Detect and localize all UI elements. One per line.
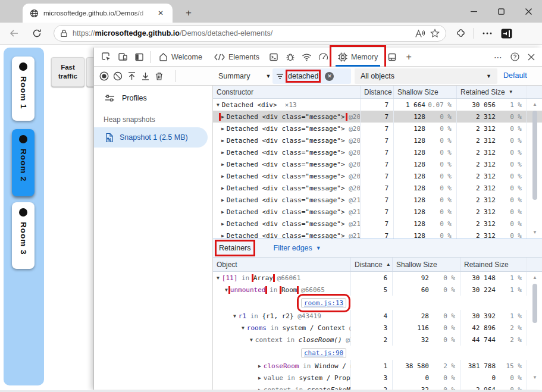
- column-header-object[interactable]: Object: [213, 258, 350, 271]
- expander-icon[interactable]: ▶: [221, 186, 224, 191]
- column-header-distance[interactable]: Distance: [360, 86, 393, 98]
- more-tabs-icon[interactable]: +: [400, 49, 417, 65]
- retainers-scrollbar[interactable]: ▲ ▼: [531, 258, 539, 390]
- heap-object-row[interactable]: ▶Detached <div class="message"> @2082712…: [213, 123, 542, 134]
- expander-icon[interactable]: ▶: [258, 387, 261, 390]
- load-profile-icon[interactable]: [124, 68, 139, 84]
- expander-icon[interactable]: ▶: [221, 233, 224, 239]
- scroll-thumb[interactable]: [532, 111, 537, 200]
- expander-icon[interactable]: ▶: [221, 126, 224, 131]
- class-filter-field[interactable]: detached ✕: [272, 68, 351, 84]
- source-location-link[interactable]: chat.js:90: [301, 348, 346, 358]
- tab-welcome[interactable]: Welcome: [153, 48, 208, 67]
- heap-object-row[interactable]: ▶Detached <div class="message"> @2086712…: [213, 146, 542, 158]
- device-emulation-icon[interactable]: [114, 49, 131, 65]
- scroll-thumb[interactable]: [532, 284, 537, 323]
- read-aloud-icon[interactable]: [415, 29, 425, 38]
- sidebar-toggle-icon[interactable]: [498, 25, 515, 42]
- refresh-button[interactable]: [29, 25, 45, 42]
- expander-icon[interactable]: ▶: [221, 174, 224, 179]
- delete-profile-icon[interactable]: [152, 68, 166, 84]
- column-header-distance[interactable]: Distance▲: [350, 258, 392, 271]
- expander-icon[interactable]: ▶: [221, 197, 224, 203]
- settings-menu-icon[interactable]: [479, 25, 496, 42]
- console-icon[interactable]: [265, 49, 282, 65]
- save-profile-icon[interactable]: [138, 68, 152, 84]
- expander-icon[interactable]: ▶: [221, 162, 224, 167]
- expander-icon[interactable]: ▼: [250, 337, 253, 343]
- heap-object-row[interactable]: ▶Detached <div class="message"> @2100712…: [213, 194, 542, 206]
- expander-icon[interactable]: ▼: [225, 287, 228, 293]
- record-heap-snapshot-icon[interactable]: [97, 68, 111, 84]
- expander-icon[interactable]: ▶: [221, 221, 224, 227]
- performance-icon[interactable]: [315, 49, 332, 65]
- retainer-row[interactable]: ▶context in createFakeMessag2320 %2 9640…: [213, 384, 542, 390]
- retainer-row[interactable]: ▶value in system / Proper300 %00 %: [213, 372, 542, 384]
- expander-icon[interactable]: ▼: [217, 275, 220, 281]
- expander-icon[interactable]: ▼: [233, 313, 236, 319]
- close-window-button[interactable]: [515, 0, 542, 23]
- expander-icon[interactable]: ▶: [221, 209, 224, 215]
- tab-close-icon[interactable]: ✕: [155, 8, 166, 18]
- constructor-scrollbar[interactable]: ▲ ▼: [531, 86, 539, 239]
- scroll-down-icon[interactable]: ▼: [531, 374, 539, 381]
- retainer-row[interactable]: ▼rooms in system / Context @3831160 %42 …: [213, 322, 542, 334]
- devtools-close-icon[interactable]: [523, 49, 540, 65]
- constructor-group-row[interactable]: ▼Detached <div> ×1371 6640.07 %30 0561 %: [213, 99, 542, 111]
- back-button[interactable]: [6, 25, 23, 42]
- retainer-row[interactable]: ▼unmounted in Room @660655600 %30 2241 %: [213, 284, 542, 296]
- expander-icon[interactable]: ▶: [221, 138, 224, 143]
- profiles-header[interactable]: Profiles: [94, 90, 212, 106]
- room-2-button[interactable]: Room 2: [12, 129, 35, 196]
- room-1-button[interactable]: Room 1: [12, 57, 35, 121]
- debug-bug-icon[interactable]: [282, 49, 299, 65]
- devtools-help-icon[interactable]: [506, 49, 523, 65]
- clear-profiles-icon[interactable]: [111, 68, 125, 84]
- filter-edges-dropdown[interactable]: Filter edges ▼: [274, 244, 321, 252]
- dock-side-icon[interactable]: [131, 49, 148, 65]
- scroll-up-icon[interactable]: ▲: [531, 101, 539, 108]
- devtools-more-menu-icon[interactable]: ⋯: [490, 49, 506, 65]
- maximize-button[interactable]: [487, 0, 515, 23]
- column-header-shallow-size[interactable]: Shallow Size: [392, 258, 460, 271]
- heap-object-row[interactable]: ▶Detached <div class="message"> @2089712…: [213, 158, 542, 170]
- inspect-element-icon[interactable]: [98, 49, 114, 65]
- clear-filter-icon[interactable]: ✕: [325, 72, 334, 81]
- object-selection-select[interactable]: All objects ▼: [355, 68, 497, 84]
- heap-object-row[interactable]: ▶Detached <div class="message"> @2120712…: [213, 230, 542, 239]
- tab-elements[interactable]: Elements: [208, 48, 265, 67]
- retainer-row[interactable]: ▼r1 in {r1, r2} @434194280 %30 3921 %: [213, 310, 542, 322]
- network-icon[interactable]: [299, 49, 315, 65]
- url-bar[interactable]: https://microsoftedge.github.io/Demos/de…: [54, 25, 446, 42]
- heap-object-row[interactable]: ▶Detached <div class="message"> @2097712…: [213, 182, 542, 194]
- column-header-constructor[interactable]: Constructor: [213, 86, 360, 98]
- heap-object-row[interactable]: ▶Detached <div class="message"> @2084712…: [213, 134, 542, 146]
- browser-tab[interactable]: microsoftedge.github.io/Demos/d ✕: [23, 4, 173, 23]
- browser-essentials-icon[interactable]: [452, 25, 469, 42]
- snapshot-item[interactable]: Snapshot 1 (2.5 MB): [94, 127, 208, 148]
- heap-object-row[interactable]: ▶Detached <div class="message"> @2105712…: [213, 218, 542, 230]
- tab-memory[interactable]: Memory: [332, 48, 384, 67]
- retainer-row[interactable]: ▶closeRoom in Window / mi138 5802 %381 7…: [213, 360, 542, 372]
- expander-icon[interactable]: ▼: [242, 325, 245, 331]
- favorites-star-icon[interactable]: [430, 29, 440, 38]
- expander-icon[interactable]: ▶: [258, 363, 261, 369]
- scroll-down-icon[interactable]: ▼: [531, 229, 539, 236]
- retainer-row[interactable]: ▼context in closeRoom() @3232320 %44 744…: [213, 334, 542, 346]
- heap-object-row[interactable]: ▶Detached <div class="message"> @2093712…: [213, 170, 542, 182]
- heap-object-row[interactable]: ▶Detached <div class="message"> @2102712…: [213, 206, 542, 218]
- new-tab-button[interactable]: +: [181, 6, 196, 20]
- expander-icon[interactable]: ▼: [217, 102, 220, 108]
- expander-icon[interactable]: ▶: [221, 150, 224, 155]
- expander-icon[interactable]: ▶: [258, 375, 261, 381]
- source-location-link[interactable]: room.js:13: [301, 298, 346, 308]
- room-3-button[interactable]: Room 3: [12, 202, 35, 269]
- retainer-row[interactable]: ▼[11] in Array @660616920 %30 1481 %: [213, 272, 542, 284]
- minimize-button[interactable]: [460, 0, 487, 23]
- scroll-up-icon[interactable]: ▲: [531, 274, 539, 281]
- column-header-shallow-size[interactable]: Shallow Size: [393, 86, 456, 98]
- perspective-select[interactable]: Summary ▼: [215, 69, 274, 83]
- column-header-retained-size[interactable]: Retained Size: [460, 258, 527, 271]
- default-link[interactable]: Default: [503, 71, 527, 80]
- heap-object-row[interactable]: ▶Detached <div class="message"> @2081712…: [213, 111, 542, 123]
